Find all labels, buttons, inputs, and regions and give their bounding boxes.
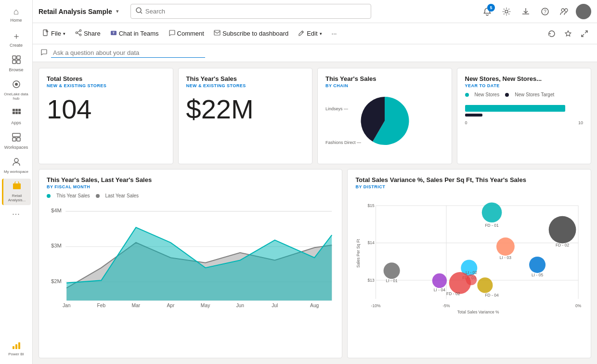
qa-input[interactable] (51, 48, 205, 58)
svg-text:LI - 02: LI - 02 (466, 270, 477, 275)
svg-text:LI - 05: LI - 05 (532, 273, 543, 277)
svg-rect-16 (13, 183, 21, 189)
svg-rect-1 (17, 56, 20, 59)
line-chart-title: This Year's Sales, Last Year's Sales (47, 176, 334, 183)
line-chart-legend: This Year Sales Last Year Sales (47, 193, 334, 198)
create-icon: ＋ (12, 30, 21, 42)
qa-icon (40, 49, 47, 57)
fullscreen-button[interactable] (578, 27, 591, 40)
svg-text:FD - 02: FD - 02 (556, 243, 570, 247)
more-button[interactable]: ··· (328, 28, 341, 39)
scatter-card[interactable]: Total Sales Variance %, Sales Per Sq Ft,… (347, 169, 591, 358)
sidebar-item-onelake[interactable]: OneLake data hub (2, 77, 31, 104)
edit-label: Edit (307, 30, 317, 37)
toolbar-right (545, 27, 591, 40)
svg-rect-9 (13, 112, 15, 114)
pie-chart (356, 92, 414, 150)
svg-text:FD - 01: FD - 01 (485, 223, 499, 228)
sidebar-item-myworkspace[interactable]: My workspace (2, 155, 31, 177)
sidebar-item-myworkspace-label: My workspace (4, 169, 28, 174)
svg-text:Jun: Jun (236, 303, 244, 308)
sidebar-item-home-label: Home (10, 18, 22, 23)
svg-line-31 (78, 31, 80, 32)
sidebar-item-create[interactable]: ＋ Create (2, 27, 31, 51)
subscribe-button[interactable]: Subscribe to dashboard (210, 27, 292, 39)
sidebar-item-apps[interactable]: Apps (2, 105, 31, 128)
search-bar[interactable] (130, 4, 371, 19)
svg-rect-35 (214, 30, 220, 35)
svg-rect-11 (18, 112, 21, 114)
share-label: Share (84, 30, 101, 37)
svg-rect-17 (13, 346, 14, 349)
sidebar-item-browse[interactable]: Browse (2, 52, 31, 75)
area-chart: $4M $3M $2M Jan (47, 202, 334, 308)
search-input[interactable] (145, 8, 366, 15)
refresh-button[interactable] (545, 27, 558, 40)
new-stores-legend: New Stores New Stores Target (465, 92, 584, 97)
comment-label: Comment (177, 30, 204, 37)
dashboard: Total Stores NEW & EXISTING STORES 104 T… (33, 62, 597, 364)
sales-by-chain-card[interactable]: This Year's Sales BY CHAIN Lindseys — F (317, 68, 452, 164)
edit-button[interactable]: Edit ▾ (294, 27, 325, 39)
scatter-subtitle: BY DISTRICT (355, 184, 583, 189)
svg-point-72 (549, 216, 576, 244)
file-dropdown-icon: ▾ (63, 31, 65, 36)
qa-bar (33, 44, 597, 62)
new-stores-bar (465, 105, 566, 112)
legend-new-stores: New Stores (475, 92, 500, 97)
svg-text:Total Sales Variance %: Total Sales Variance % (457, 310, 499, 314)
this-year-sales-card[interactable]: This Year's Sales NEW & EXISTING STORES … (178, 68, 313, 164)
comment-button[interactable]: Comment (165, 27, 208, 39)
svg-rect-19 (18, 342, 20, 349)
total-stores-title: Total Stores (47, 75, 165, 82)
svg-point-78 (496, 237, 515, 256)
total-stores-value: 104 (47, 96, 165, 123)
sidebar-item-apps-label: Apps (11, 120, 21, 125)
svg-text:0%: 0% (575, 303, 582, 308)
svg-point-29 (76, 32, 78, 34)
retail-icon (13, 182, 21, 193)
share-button[interactable]: Share (71, 27, 104, 39)
notifications-button[interactable]: 5 (480, 4, 495, 19)
help-button[interactable]: ? (537, 4, 553, 19)
sidebar-item-retail[interactable]: Retail Analysis... (2, 179, 31, 205)
powerbi-label: Power BI (8, 352, 24, 356)
sidebar-item-home[interactable]: ⌂ Home (2, 4, 31, 26)
svg-text:$15: $15 (368, 203, 375, 208)
this-year-sales-title: This Year's Sales (186, 75, 305, 82)
svg-rect-0 (13, 56, 16, 59)
file-label: File (51, 30, 61, 37)
myworkspace-icon (12, 157, 21, 169)
svg-text:$4M: $4M (51, 208, 62, 213)
sidebar-item-more[interactable]: ··· (2, 207, 31, 221)
svg-line-32 (78, 33, 80, 35)
dropdown-arrow-icon[interactable]: ▾ (116, 8, 119, 14)
svg-rect-10 (15, 112, 18, 114)
bottom-row: This Year's Sales, Last Year's Sales BY … (39, 169, 591, 358)
settings-button[interactable] (499, 4, 514, 19)
cards-row: Total Stores NEW & EXISTING STORES 104 T… (39, 68, 591, 164)
line-chart-card[interactable]: This Year's Sales, Last Year's Sales BY … (39, 169, 342, 358)
total-stores-card[interactable]: Total Stores NEW & EXISTING STORES 104 (39, 68, 173, 164)
svg-text:Sales Per Sq Ft: Sales Per Sq Ft (356, 239, 361, 268)
svg-text:FD - 04: FD - 04 (485, 293, 499, 298)
new-stores-card[interactable]: New Stores, New Stores... YEAR TO DATE N… (457, 68, 592, 164)
pie-label-fashions: Fashions Direct — (325, 140, 361, 145)
download-button[interactable] (518, 4, 533, 19)
scatter-title: Total Sales Variance %, Sales Per Sq Ft,… (355, 176, 583, 183)
svg-rect-8 (18, 109, 21, 111)
topbar: Retail Analysis Sample ▾ 5 ? (33, 0, 597, 23)
svg-rect-2 (13, 60, 16, 64)
file-button[interactable]: File ▾ (39, 27, 69, 39)
svg-point-88 (529, 257, 545, 273)
svg-point-20 (136, 8, 141, 13)
svg-rect-12 (13, 133, 20, 137)
chat-button[interactable]: T Chat in Teams (106, 27, 163, 39)
top-icons: 5 ? (480, 4, 591, 19)
pie-label-lindseys: Lindseys — (325, 106, 348, 111)
favorite-button[interactable] (561, 27, 575, 40)
contacts-button[interactable] (557, 4, 572, 19)
svg-rect-14 (17, 138, 20, 141)
user-avatar[interactable] (576, 4, 591, 19)
sidebar-item-workspaces[interactable]: Workspaces (2, 130, 31, 153)
